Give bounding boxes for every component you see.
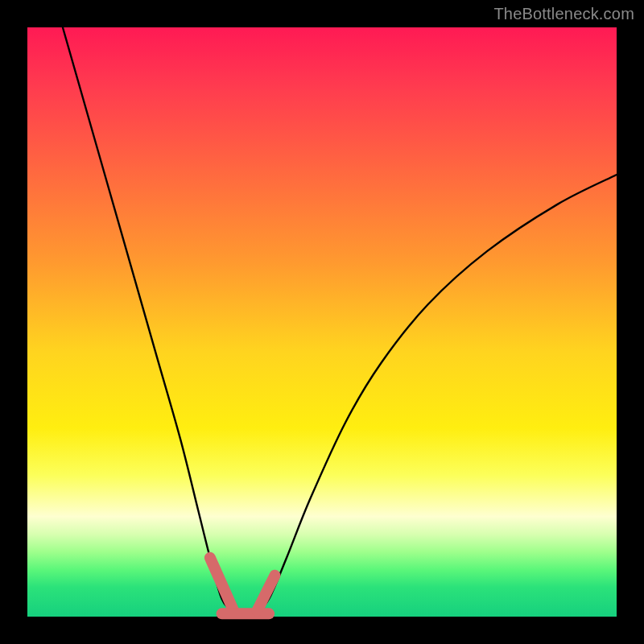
plot-area bbox=[27, 27, 617, 617]
bottleneck-curve bbox=[63, 27, 617, 617]
curve-layer bbox=[27, 27, 617, 617]
marker-right bbox=[257, 576, 275, 611]
marker-left bbox=[210, 558, 233, 611]
chart-frame: TheBottleneck.com bbox=[0, 0, 644, 644]
watermark-text: TheBottleneck.com bbox=[493, 5, 634, 23]
